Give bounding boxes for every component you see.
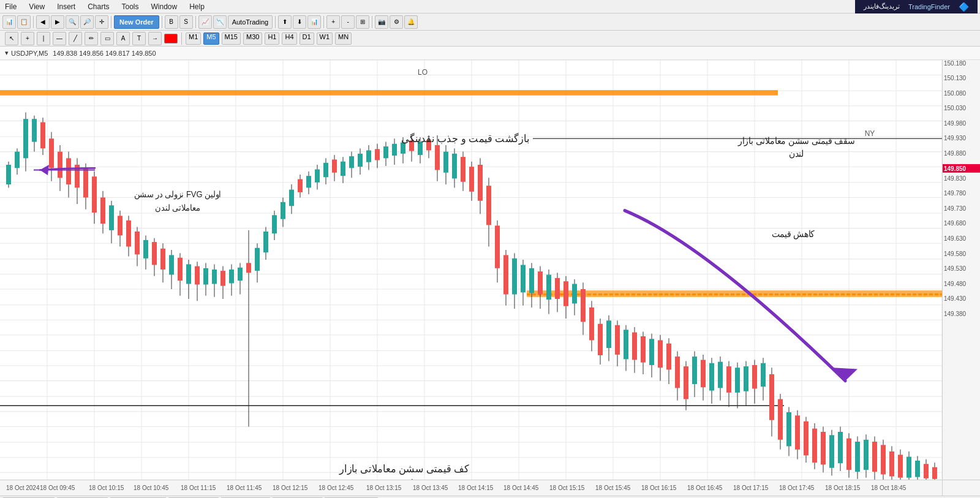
tf-mn[interactable]: MN [335, 32, 352, 45]
vertical-line-btn[interactable]: | [37, 32, 50, 45]
arrow-left-btn[interactable]: ◀ [36, 15, 50, 29]
svg-text:149.380: 149.380 [944, 311, 966, 317]
periodicity-btn[interactable]: ⬆ [278, 15, 292, 29]
periodicity2-btn[interactable]: ⬇ [293, 15, 306, 29]
tf-h4[interactable]: H4 [282, 32, 296, 45]
svg-rect-224 [735, 368, 740, 393]
arrow-right-btn[interactable]: ▶ [51, 15, 64, 29]
crosshair-btn[interactable]: ✛ [95, 15, 108, 29]
tf-h1[interactable]: H1 [265, 32, 279, 45]
svg-text:18 Oct 15:15: 18 Oct 15:15 [549, 485, 585, 491]
indicator2-btn[interactable]: 📉 [213, 15, 227, 29]
svg-text:کاهش قیمت: کاهش قیمت [772, 228, 815, 240]
axis-corner [942, 480, 980, 496]
svg-text:معاملاتی لندن: معاملاتی لندن [155, 203, 200, 212]
text2-btn[interactable]: T [132, 32, 146, 45]
zoom-plus-btn[interactable]: + [326, 15, 340, 29]
screenshot-btn[interactable]: 📷 [375, 15, 388, 29]
svg-text:سقف قیمتی سشن معاملاتی بازار: سقف قیمتی سشن معاملاتی بازار [737, 135, 854, 146]
svg-text:149.780: 149.780 [944, 190, 966, 197]
drawing-toolbar: ↖ + | — ╱ ✏ ▭ A T → M1 M5 M15 M30 H1 H4 … [0, 31, 980, 47]
rectangle-btn[interactable]: ▭ [100, 32, 114, 45]
scale-btn[interactable]: ⊞ [356, 15, 369, 29]
logo-area: تریدینگ‌فایندر TradingFinder 🔷 [855, 0, 978, 13]
svg-rect-208 [666, 344, 671, 370]
text-btn[interactable]: A [116, 32, 130, 45]
tf-d1[interactable]: D1 [300, 32, 314, 45]
line-draw-btn[interactable]: ╱ [69, 32, 82, 45]
logo-icon: 🔷 [956, 2, 971, 12]
svg-rect-182 [555, 278, 560, 299]
menu-view[interactable]: View [26, 2, 47, 11]
cursor-btn[interactable]: ↖ [5, 32, 18, 45]
horizontal-line-btn[interactable]: — [53, 32, 66, 45]
svg-text:149.530: 149.530 [944, 265, 966, 272]
svg-rect-62 [40, 123, 45, 149]
svg-rect-264 [907, 457, 911, 478]
symbol-values: 149.838 149.856 149.817 149.850 [53, 50, 156, 57]
tf-m30[interactable]: M30 [243, 32, 262, 45]
svg-rect-164 [478, 165, 483, 201]
svg-rect-134 [349, 156, 354, 168]
svg-text:18 Oct 16:15: 18 Oct 16:15 [641, 485, 677, 491]
indicator-btn[interactable]: 📈 [198, 15, 212, 29]
svg-rect-192 [598, 324, 603, 355]
menu-window[interactable]: Window [149, 2, 180, 11]
svg-rect-206 [658, 340, 663, 368]
candles-area[interactable]: LO NY بازگشت قیمت و جذب نقدینگی سقف قیمت… [0, 60, 942, 480]
templates-btn[interactable]: 📋 [17, 15, 31, 29]
svg-rect-238 [795, 415, 800, 450]
sep3 [162, 16, 162, 28]
autotrading-button[interactable]: AutoTrading [228, 15, 273, 29]
svg-text:18 Oct 13:15: 18 Oct 13:15 [366, 485, 402, 491]
svg-rect-128 [323, 163, 328, 178]
svg-rect-184 [564, 281, 568, 306]
tf-w1[interactable]: W1 [317, 32, 333, 45]
svg-rect-218 [709, 363, 714, 391]
buy-btn[interactable]: B [165, 15, 178, 29]
template2-btn[interactable]: 📊 [307, 15, 321, 29]
tf-m1[interactable]: M1 [186, 32, 201, 45]
zoom-minus-btn[interactable]: - [341, 15, 355, 29]
sell-btn[interactable]: S [179, 15, 193, 29]
pencil-btn[interactable]: ✏ [85, 32, 98, 45]
color-btn[interactable] [164, 34, 178, 43]
sep2 [111, 16, 111, 28]
zoom-in-btn[interactable]: 🔍 [66, 15, 79, 29]
menu-insert[interactable]: Insert [55, 2, 78, 11]
new-order-button[interactable]: New Order [114, 15, 159, 29]
menu-file[interactable]: File [2, 2, 19, 11]
new-chart-btn[interactable]: 📊 [2, 15, 16, 29]
svg-rect-230 [761, 363, 766, 387]
svg-rect-168 [495, 225, 500, 268]
zoom-out-btn[interactable]: 🔎 [80, 15, 94, 29]
tf-m5[interactable]: M5 [203, 32, 219, 45]
menu-tools[interactable]: Tools [119, 2, 141, 11]
menu-help[interactable]: Help [187, 2, 207, 11]
svg-text:149.580: 149.580 [944, 250, 966, 257]
svg-rect-74 [92, 176, 97, 213]
svg-rect-112 [255, 248, 260, 271]
svg-rect-122 [298, 179, 303, 192]
svg-rect-80 [118, 216, 123, 235]
arrow-btn[interactable]: → [148, 32, 162, 45]
tf-m15[interactable]: M15 [222, 32, 241, 45]
svg-text:18 Oct 09:45: 18 Oct 09:45 [40, 485, 75, 491]
chart-svg: LO NY بازگشت قیمت و جذب نقدینگی سقف قیمت… [0, 60, 942, 480]
crosshair2-btn[interactable]: + [21, 32, 34, 45]
settings-btn[interactable]: ⚙ [390, 15, 403, 29]
symbol-name: USDJPY,M5 [11, 50, 48, 57]
svg-rect-180 [546, 275, 551, 300]
svg-text:150.030: 150.030 [944, 105, 966, 111]
svg-text:18 Oct 14:45: 18 Oct 14:45 [503, 485, 539, 491]
svg-rect-48 [0, 90, 778, 96]
alert-btn[interactable]: 🔔 [404, 15, 418, 29]
svg-rect-124 [306, 176, 311, 187]
menu-charts[interactable]: Charts [85, 2, 111, 11]
time-axis: 18 Oct 2024 18 Oct 09:45 18 Oct 10:15 18… [0, 480, 942, 496]
svg-rect-94 [178, 258, 183, 281]
svg-rect-212 [684, 366, 688, 399]
symbol-bar: ▾ USDJPY,M5 149.838 149.856 149.817 149.… [0, 47, 980, 60]
svg-rect-104 [221, 271, 225, 286]
svg-rect-116 [272, 215, 277, 233]
